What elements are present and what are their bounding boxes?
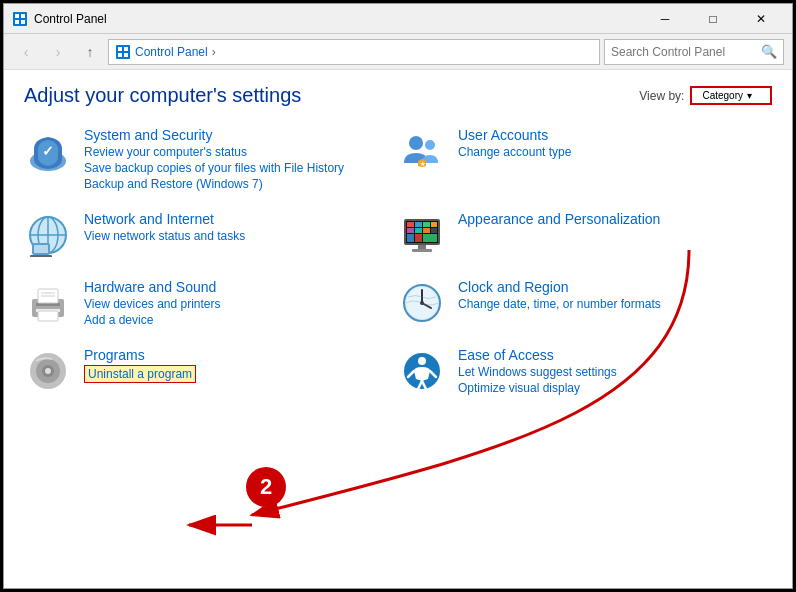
list-item: Clock and Region Change date, time, or n… <box>398 269 772 337</box>
list-item: Programs Uninstall a program <box>24 337 398 405</box>
list-item: Network and Internet View network status… <box>24 201 398 269</box>
list-item: ✓ System and Security Review your comput… <box>24 117 398 201</box>
user-accounts-link-1[interactable]: Change account type <box>458 145 571 159</box>
main-window: Control Panel ─ □ ✕ ‹ › ↑ Control Panel … <box>3 3 793 589</box>
up-button[interactable]: ↑ <box>76 38 104 66</box>
svg-rect-29 <box>407 228 414 233</box>
svg-rect-26 <box>415 222 422 227</box>
user-accounts-text: User Accounts Change account type <box>458 127 571 159</box>
content-header: Adjust your computer's settings View by:… <box>4 70 792 117</box>
breadcrumb-icon <box>115 44 131 60</box>
programs-icon <box>24 347 72 395</box>
hardware-link-1[interactable]: View devices and printers <box>84 297 221 311</box>
programs-title[interactable]: Programs <box>84 347 196 363</box>
system-security-icon: ✓ <box>24 127 72 175</box>
ease-title[interactable]: Ease of Access <box>458 347 617 363</box>
svg-rect-2 <box>21 14 25 18</box>
user-accounts-icon: ★ <box>398 127 446 175</box>
search-input[interactable] <box>611 45 761 59</box>
svg-rect-34 <box>415 234 422 242</box>
close-button[interactable]: ✕ <box>738 4 784 34</box>
maximize-button[interactable]: □ <box>690 4 736 34</box>
content-wrapper: ✓ System and Security Review your comput… <box>4 117 792 588</box>
view-by-label: View by: <box>639 89 684 103</box>
list-item: ★ User Accounts Change account type <box>398 117 772 201</box>
clock-link-1[interactable]: Change date, time, or number formats <box>458 297 661 311</box>
svg-point-53 <box>45 368 51 374</box>
category-value: Category <box>702 90 743 101</box>
breadcrumb[interactable]: Control Panel › <box>108 39 600 65</box>
svg-point-13 <box>425 140 435 150</box>
clock-title[interactable]: Clock and Region <box>458 279 661 295</box>
ease-link-2[interactable]: Optimize visual display <box>458 381 617 395</box>
toolbar: ‹ › ↑ Control Panel › 🔍 <box>4 34 792 70</box>
svg-rect-27 <box>423 222 430 227</box>
svg-rect-28 <box>431 222 437 227</box>
appearance-text: Appearance and Personalization <box>458 211 660 227</box>
window-controls: ─ □ ✕ <box>642 4 784 34</box>
ease-link-1[interactable]: Let Windows suggest settings <box>458 365 617 379</box>
category-dropdown[interactable]: Category ▾ <box>690 86 772 105</box>
network-text: Network and Internet View network status… <box>84 211 245 243</box>
svg-rect-32 <box>431 228 437 233</box>
clock-icon <box>398 279 446 327</box>
window-icon <box>12 11 28 27</box>
forward-button[interactable]: › <box>44 38 72 66</box>
svg-rect-9 <box>124 53 128 57</box>
view-by-container: View by: Category ▾ <box>639 86 772 105</box>
system-security-link-1[interactable]: Review your computer's status <box>84 145 344 159</box>
system-security-title[interactable]: System and Security <box>84 127 344 143</box>
system-security-link-2[interactable]: Save backup copies of your files with Fi… <box>84 161 344 175</box>
programs-link-1[interactable]: Uninstall a program <box>84 365 196 383</box>
svg-point-55 <box>418 357 426 365</box>
svg-text:✓: ✓ <box>42 143 54 159</box>
svg-rect-36 <box>418 245 426 249</box>
system-security-link-3[interactable]: Backup and Restore (Windows 7) <box>84 177 344 191</box>
content-area: Adjust your computer's settings View by:… <box>4 70 792 588</box>
title-bar: Control Panel ─ □ ✕ <box>4 4 792 34</box>
user-accounts-title[interactable]: User Accounts <box>458 127 571 143</box>
network-link-1[interactable]: View network status and tasks <box>84 229 245 243</box>
search-box: 🔍 <box>604 39 784 65</box>
page-title: Adjust your computer's settings <box>24 84 301 107</box>
system-security-text: System and Security Review your computer… <box>84 127 344 191</box>
minimize-button[interactable]: ─ <box>642 4 688 34</box>
svg-rect-25 <box>407 222 414 227</box>
svg-rect-31 <box>423 228 430 233</box>
back-button[interactable]: ‹ <box>12 38 40 66</box>
items-grid: ✓ System and Security Review your comput… <box>4 117 792 405</box>
appearance-icon <box>398 211 446 259</box>
list-item: Appearance and Personalization <box>398 201 772 269</box>
hardware-icon <box>24 279 72 327</box>
appearance-title[interactable]: Appearance and Personalization <box>458 211 660 227</box>
annotation-number-2: 2 <box>246 467 286 507</box>
breadcrumb-cp[interactable]: Control Panel <box>135 45 208 59</box>
svg-rect-1 <box>15 14 19 18</box>
svg-rect-3 <box>15 20 19 24</box>
svg-rect-4 <box>21 20 25 24</box>
list-item: Ease of Access Let Windows suggest setti… <box>398 337 772 405</box>
programs-text: Programs Uninstall a program <box>84 347 196 383</box>
svg-rect-30 <box>415 228 422 233</box>
svg-rect-35 <box>423 234 437 242</box>
network-icon <box>24 211 72 259</box>
svg-rect-6 <box>118 47 122 51</box>
dropdown-arrow: ▾ <box>747 90 752 101</box>
search-button[interactable]: 🔍 <box>761 44 777 59</box>
svg-rect-37 <box>412 249 432 252</box>
ease-icon <box>398 347 446 395</box>
svg-rect-8 <box>118 53 122 57</box>
clock-text: Clock and Region Change date, time, or n… <box>458 279 661 311</box>
svg-rect-33 <box>407 234 414 242</box>
window-title: Control Panel <box>34 12 642 26</box>
hardware-link-2[interactable]: Add a device <box>84 313 221 327</box>
breadcrumb-separator: › <box>212 45 216 59</box>
list-item: Hardware and Sound View devices and prin… <box>24 269 398 337</box>
ease-text: Ease of Access Let Windows suggest setti… <box>458 347 617 395</box>
svg-rect-44 <box>38 311 58 321</box>
svg-point-12 <box>409 136 423 150</box>
svg-rect-22 <box>30 255 52 257</box>
hardware-title[interactable]: Hardware and Sound <box>84 279 221 295</box>
hardware-text: Hardware and Sound View devices and prin… <box>84 279 221 327</box>
network-title[interactable]: Network and Internet <box>84 211 245 227</box>
